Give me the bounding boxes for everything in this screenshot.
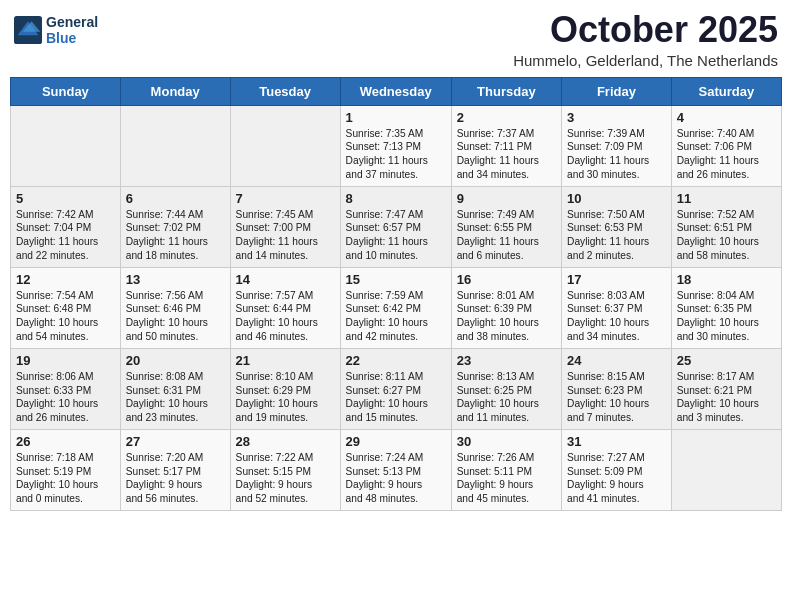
calendar-week-row: 5Sunrise: 7:42 AM Sunset: 7:04 PM Daylig… <box>11 186 782 267</box>
weekday-header-thursday: Thursday <box>451 77 561 105</box>
day-number: 1 <box>346 110 446 125</box>
calendar-cell: 17Sunrise: 8:03 AM Sunset: 6:37 PM Dayli… <box>562 267 672 348</box>
day-number: 13 <box>126 272 225 287</box>
day-number: 24 <box>567 353 666 368</box>
day-number: 7 <box>236 191 335 206</box>
title-block: October 2025 Hummelo, Gelderland, The Ne… <box>513 10 778 69</box>
calendar-cell: 29Sunrise: 7:24 AM Sunset: 5:13 PM Dayli… <box>340 429 451 510</box>
day-info: Sunrise: 7:57 AM Sunset: 6:44 PM Dayligh… <box>236 289 335 344</box>
day-number: 22 <box>346 353 446 368</box>
day-info: Sunrise: 7:18 AM Sunset: 5:19 PM Dayligh… <box>16 451 115 506</box>
calendar-table: SundayMondayTuesdayWednesdayThursdayFrid… <box>10 77 782 511</box>
calendar-week-row: 19Sunrise: 8:06 AM Sunset: 6:33 PM Dayli… <box>11 348 782 429</box>
day-info: Sunrise: 7:26 AM Sunset: 5:11 PM Dayligh… <box>457 451 556 506</box>
calendar-cell: 27Sunrise: 7:20 AM Sunset: 5:17 PM Dayli… <box>120 429 230 510</box>
calendar-cell: 2Sunrise: 7:37 AM Sunset: 7:11 PM Daylig… <box>451 105 561 186</box>
day-number: 25 <box>677 353 776 368</box>
weekday-header-monday: Monday <box>120 77 230 105</box>
calendar-cell: 25Sunrise: 8:17 AM Sunset: 6:21 PM Dayli… <box>671 348 781 429</box>
calendar-cell: 1Sunrise: 7:35 AM Sunset: 7:13 PM Daylig… <box>340 105 451 186</box>
weekday-header-friday: Friday <box>562 77 672 105</box>
day-info: Sunrise: 8:13 AM Sunset: 6:25 PM Dayligh… <box>457 370 556 425</box>
location-subtitle: Hummelo, Gelderland, The Netherlands <box>513 52 778 69</box>
day-number: 19 <box>16 353 115 368</box>
day-info: Sunrise: 7:45 AM Sunset: 7:00 PM Dayligh… <box>236 208 335 263</box>
calendar-cell <box>11 105 121 186</box>
calendar-cell: 28Sunrise: 7:22 AM Sunset: 5:15 PM Dayli… <box>230 429 340 510</box>
calendar-cell: 6Sunrise: 7:44 AM Sunset: 7:02 PM Daylig… <box>120 186 230 267</box>
day-number: 23 <box>457 353 556 368</box>
logo: General Blue <box>14 14 98 46</box>
day-number: 4 <box>677 110 776 125</box>
calendar-cell: 8Sunrise: 7:47 AM Sunset: 6:57 PM Daylig… <box>340 186 451 267</box>
day-number: 8 <box>346 191 446 206</box>
calendar-cell <box>230 105 340 186</box>
day-number: 6 <box>126 191 225 206</box>
day-number: 29 <box>346 434 446 449</box>
day-info: Sunrise: 7:50 AM Sunset: 6:53 PM Dayligh… <box>567 208 666 263</box>
weekday-header-row: SundayMondayTuesdayWednesdayThursdayFrid… <box>11 77 782 105</box>
calendar-cell: 22Sunrise: 8:11 AM Sunset: 6:27 PM Dayli… <box>340 348 451 429</box>
calendar-cell: 5Sunrise: 7:42 AM Sunset: 7:04 PM Daylig… <box>11 186 121 267</box>
day-number: 17 <box>567 272 666 287</box>
day-info: Sunrise: 8:06 AM Sunset: 6:33 PM Dayligh… <box>16 370 115 425</box>
calendar-cell: 20Sunrise: 8:08 AM Sunset: 6:31 PM Dayli… <box>120 348 230 429</box>
day-info: Sunrise: 8:08 AM Sunset: 6:31 PM Dayligh… <box>126 370 225 425</box>
day-info: Sunrise: 7:52 AM Sunset: 6:51 PM Dayligh… <box>677 208 776 263</box>
day-number: 27 <box>126 434 225 449</box>
day-info: Sunrise: 7:47 AM Sunset: 6:57 PM Dayligh… <box>346 208 446 263</box>
calendar-week-row: 1Sunrise: 7:35 AM Sunset: 7:13 PM Daylig… <box>11 105 782 186</box>
day-info: Sunrise: 7:59 AM Sunset: 6:42 PM Dayligh… <box>346 289 446 344</box>
day-number: 9 <box>457 191 556 206</box>
day-info: Sunrise: 7:49 AM Sunset: 6:55 PM Dayligh… <box>457 208 556 263</box>
logo-line1: General <box>46 14 98 30</box>
calendar-cell: 4Sunrise: 7:40 AM Sunset: 7:06 PM Daylig… <box>671 105 781 186</box>
calendar-cell: 24Sunrise: 8:15 AM Sunset: 6:23 PM Dayli… <box>562 348 672 429</box>
day-number: 31 <box>567 434 666 449</box>
day-info: Sunrise: 7:37 AM Sunset: 7:11 PM Dayligh… <box>457 127 556 182</box>
day-info: Sunrise: 8:04 AM Sunset: 6:35 PM Dayligh… <box>677 289 776 344</box>
logo-line2: Blue <box>46 30 98 46</box>
calendar-cell: 12Sunrise: 7:54 AM Sunset: 6:48 PM Dayli… <box>11 267 121 348</box>
day-info: Sunrise: 8:17 AM Sunset: 6:21 PM Dayligh… <box>677 370 776 425</box>
day-number: 30 <box>457 434 556 449</box>
calendar-cell: 21Sunrise: 8:10 AM Sunset: 6:29 PM Dayli… <box>230 348 340 429</box>
calendar-cell: 14Sunrise: 7:57 AM Sunset: 6:44 PM Dayli… <box>230 267 340 348</box>
day-number: 2 <box>457 110 556 125</box>
day-number: 14 <box>236 272 335 287</box>
calendar-cell: 16Sunrise: 8:01 AM Sunset: 6:39 PM Dayli… <box>451 267 561 348</box>
calendar-cell <box>120 105 230 186</box>
logo-icon <box>14 16 42 44</box>
day-number: 11 <box>677 191 776 206</box>
calendar-cell: 18Sunrise: 8:04 AM Sunset: 6:35 PM Dayli… <box>671 267 781 348</box>
calendar-cell: 30Sunrise: 7:26 AM Sunset: 5:11 PM Dayli… <box>451 429 561 510</box>
day-number: 20 <box>126 353 225 368</box>
calendar-week-row: 26Sunrise: 7:18 AM Sunset: 5:19 PM Dayli… <box>11 429 782 510</box>
day-info: Sunrise: 8:03 AM Sunset: 6:37 PM Dayligh… <box>567 289 666 344</box>
weekday-header-sunday: Sunday <box>11 77 121 105</box>
day-number: 3 <box>567 110 666 125</box>
day-number: 18 <box>677 272 776 287</box>
day-info: Sunrise: 7:24 AM Sunset: 5:13 PM Dayligh… <box>346 451 446 506</box>
day-info: Sunrise: 8:15 AM Sunset: 6:23 PM Dayligh… <box>567 370 666 425</box>
calendar-cell: 23Sunrise: 8:13 AM Sunset: 6:25 PM Dayli… <box>451 348 561 429</box>
calendar-cell: 9Sunrise: 7:49 AM Sunset: 6:55 PM Daylig… <box>451 186 561 267</box>
day-info: Sunrise: 7:27 AM Sunset: 5:09 PM Dayligh… <box>567 451 666 506</box>
calendar-cell: 10Sunrise: 7:50 AM Sunset: 6:53 PM Dayli… <box>562 186 672 267</box>
day-info: Sunrise: 8:01 AM Sunset: 6:39 PM Dayligh… <box>457 289 556 344</box>
calendar-cell: 15Sunrise: 7:59 AM Sunset: 6:42 PM Dayli… <box>340 267 451 348</box>
day-info: Sunrise: 7:56 AM Sunset: 6:46 PM Dayligh… <box>126 289 225 344</box>
day-info: Sunrise: 7:20 AM Sunset: 5:17 PM Dayligh… <box>126 451 225 506</box>
day-info: Sunrise: 7:54 AM Sunset: 6:48 PM Dayligh… <box>16 289 115 344</box>
month-title: October 2025 <box>513 10 778 50</box>
day-number: 16 <box>457 272 556 287</box>
calendar-cell: 11Sunrise: 7:52 AM Sunset: 6:51 PM Dayli… <box>671 186 781 267</box>
weekday-header-saturday: Saturday <box>671 77 781 105</box>
day-info: Sunrise: 7:42 AM Sunset: 7:04 PM Dayligh… <box>16 208 115 263</box>
day-info: Sunrise: 7:22 AM Sunset: 5:15 PM Dayligh… <box>236 451 335 506</box>
calendar-cell: 3Sunrise: 7:39 AM Sunset: 7:09 PM Daylig… <box>562 105 672 186</box>
day-number: 26 <box>16 434 115 449</box>
day-info: Sunrise: 8:10 AM Sunset: 6:29 PM Dayligh… <box>236 370 335 425</box>
day-number: 5 <box>16 191 115 206</box>
weekday-header-wednesday: Wednesday <box>340 77 451 105</box>
